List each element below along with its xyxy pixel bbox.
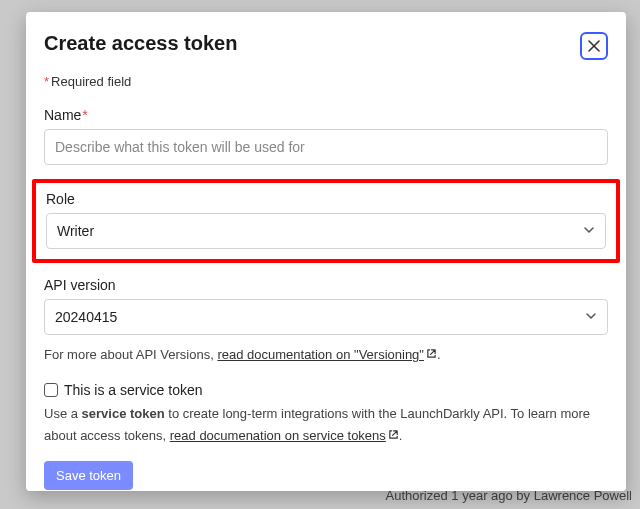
asterisk-icon: * (82, 107, 87, 123)
asterisk-icon: * (44, 74, 49, 89)
chevron-down-icon (585, 309, 597, 325)
api-version-select[interactable]: 20240415 (44, 299, 608, 335)
save-token-button[interactable]: Save token (44, 461, 133, 490)
required-field-note: *Required field (44, 74, 608, 89)
api-version-field-group: API version 20240415 For more about API … (44, 277, 608, 366)
name-label: Name* (44, 107, 608, 123)
name-input[interactable] (44, 129, 608, 165)
api-version-help: For more about API Versions, read docume… (44, 345, 608, 366)
service-tokens-doc-link[interactable]: read documenation on service tokens (170, 428, 399, 443)
modal-header: Create access token (44, 32, 608, 60)
role-select[interactable]: Writer (46, 213, 606, 249)
role-label: Role (46, 191, 606, 207)
service-token-description: Use a service token to create long-term … (44, 403, 608, 447)
role-highlight-box: Role Writer (32, 179, 620, 263)
name-field-group: Name* (44, 107, 608, 165)
api-version-label: API version (44, 277, 608, 293)
create-access-token-modal: Create access token *Required field Name… (26, 12, 626, 491)
external-link-icon (426, 347, 437, 365)
role-value: Writer (57, 223, 94, 239)
modal-title: Create access token (44, 32, 237, 55)
close-icon (588, 40, 600, 52)
service-token-checkbox-label: This is a service token (64, 382, 203, 398)
close-button[interactable] (580, 32, 608, 60)
external-link-icon (388, 427, 399, 446)
service-token-checkbox[interactable] (44, 383, 58, 397)
api-version-value: 20240415 (55, 309, 117, 325)
chevron-down-icon (583, 223, 595, 239)
versioning-doc-link[interactable]: read documentation on "Versioning" (217, 347, 437, 362)
service-token-checkbox-row[interactable]: This is a service token (44, 382, 608, 398)
